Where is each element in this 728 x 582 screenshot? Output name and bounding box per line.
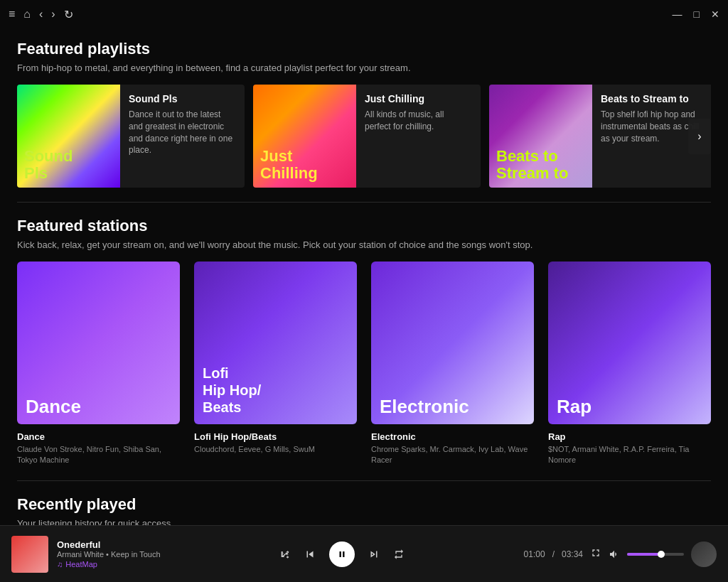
station-card-rap[interactable]: Rap Rap $NOT, Armani White, R.A.P. Ferre… (548, 262, 711, 466)
playlist-thumbnail-just-chilling: JustChilling (253, 85, 356, 188)
player-right: 01:00 / 03:34 (524, 541, 717, 567)
player-bar: Onederful Armani White • Keep in Touch ♫… (0, 525, 728, 582)
divider-2 (17, 480, 711, 481)
recently-played-subtitle: Your listening history for quick access (17, 518, 711, 525)
home-icon[interactable]: ⌂ (23, 8, 31, 21)
station-label-electronic: Electronic (380, 397, 469, 416)
playlist-thumb-label-sound-pls: SoundPls (24, 148, 73, 182)
station-thumbnail-electronic: Electronic (371, 262, 534, 424)
playlist-thumbnail-beats: Beats toStream to (489, 85, 592, 188)
station-label-dance: Dance (26, 397, 81, 416)
previous-button[interactable] (304, 548, 316, 561)
player-track-info: Onederful Armani White • Keep in Touch ♫… (57, 539, 161, 568)
time-current: 01:00 (524, 549, 545, 559)
station-label-rap: Rap (557, 397, 592, 416)
stations-row: Dance Dance Claude Von Stroke, Nitro Fun… (17, 262, 711, 466)
featured-stations-title: Featured stations (17, 217, 711, 235)
volume-button[interactable] (609, 549, 620, 560)
featured-playlists-title: Featured playlists (17, 40, 711, 58)
recently-played-title: Recently played (17, 495, 711, 514)
station-name-lofi: Lofi Hip Hop/Beats (194, 431, 357, 442)
playlist-title-sound-pls: Sound Pls (129, 93, 236, 104)
station-card-dance[interactable]: Dance Dance Claude Von Stroke, Nitro Fun… (17, 262, 180, 466)
station-card-electronic[interactable]: Electronic Electronic Chrome Sparks, Mr.… (371, 262, 534, 466)
play-pause-button[interactable] (329, 541, 355, 567)
volume-fill (627, 553, 661, 556)
divider-1 (17, 202, 711, 203)
main-content: Featured playlists From hip-hop to metal… (0, 28, 728, 525)
close-button[interactable]: ✕ (711, 9, 719, 20)
station-thumbnail-rap: Rap (548, 262, 711, 424)
playlists-row: SoundPls Sound Pls Dance it out to the l… (17, 85, 711, 188)
player-controls (169, 541, 515, 567)
playlist-card-beats[interactable]: Beats toStream to Beats to Stream to Top… (489, 85, 711, 188)
volume-bar[interactable] (627, 553, 684, 556)
playlist-thumbnail-sound-pls: SoundPls (17, 85, 120, 188)
playlists-next-button[interactable]: › (688, 119, 711, 154)
station-thumbnail-dance: Dance (17, 262, 180, 424)
station-artists-rap: $NOT, Armani White, R.A.P. Ferreira, Tia… (548, 444, 711, 466)
featured-stations-section: Featured stations Kick back, relax, get … (17, 217, 711, 466)
playlist-info-sound-pls: Sound Pls Dance it out to the latest and… (120, 85, 245, 188)
minimize-button[interactable]: — (673, 9, 682, 20)
next-button[interactable] (368, 548, 380, 561)
station-name-electronic: Electronic (371, 431, 534, 442)
user-avatar[interactable] (691, 541, 717, 567)
player-playlist-name: HeatMap (65, 560, 97, 568)
station-card-lofi[interactable]: LofiHip Hop/Beats Lofi Hip Hop/Beats Clo… (194, 262, 357, 466)
station-name-dance: Dance (17, 431, 180, 442)
station-artists-dance: Claude Von Stroke, Nitro Fun, Shiba San,… (17, 444, 180, 466)
featured-stations-subtitle: Kick back, relax, get your stream on, an… (17, 239, 711, 250)
playlist-thumb-label-beats: Beats toStream to (496, 148, 568, 182)
title-bar-controls: — □ ✕ (673, 9, 719, 20)
repeat-button[interactable] (393, 549, 405, 560)
title-bar-left: ≡ ⌂ ‹ › ↻ (9, 8, 73, 21)
playlist-title-just-chilling: Just Chilling (365, 93, 472, 104)
playlist-desc-just-chilling: All kinds of music, all perfect for chil… (365, 109, 472, 133)
featured-playlists-section: Featured playlists From hip-hop to metal… (17, 40, 711, 188)
station-label-lofi: LofiHip Hop/Beats (203, 365, 261, 416)
playlist-music-icon: ♫ (57, 560, 63, 568)
station-name-rap: Rap (548, 431, 711, 442)
playlist-thumb-label-just-chilling: JustChilling (260, 148, 318, 182)
player-track-title: Onederful (57, 539, 161, 550)
playlist-title-beats: Beats to Stream to (601, 93, 708, 104)
player-album-art (11, 536, 48, 573)
back-icon[interactable]: ‹ (39, 8, 43, 21)
time-total: 03:34 (562, 549, 583, 559)
title-bar: ≡ ⌂ ‹ › ↻ — □ ✕ (0, 0, 728, 28)
fullscreen-button[interactable] (590, 547, 601, 561)
time-separator: / (552, 549, 555, 559)
station-thumbnail-lofi: LofiHip Hop/Beats (194, 262, 357, 424)
featured-playlists-subtitle: From hip-hop to metal, and everything in… (17, 63, 711, 73)
maximize-button[interactable]: □ (694, 9, 700, 20)
forward-icon[interactable]: › (51, 8, 55, 21)
playlist-card-sound-pls[interactable]: SoundPls Sound Pls Dance it out to the l… (17, 85, 245, 188)
menu-icon[interactable]: ≡ (9, 8, 15, 21)
player-playlist-link[interactable]: ♫ HeatMap (57, 560, 161, 568)
volume-knob (658, 551, 665, 558)
playlist-desc-sound-pls: Dance it out to the latest and greatest … (129, 109, 236, 156)
station-artists-lofi: Cloudchord, Eevee, G Mills, SwuM (194, 444, 357, 455)
playlist-card-just-chilling[interactable]: JustChilling Just Chilling All kinds of … (253, 85, 481, 188)
recently-played-section: Recently played Your listening history f… (17, 495, 711, 525)
playlist-info-just-chilling: Just Chilling All kinds of music, all pe… (356, 85, 481, 188)
station-artists-electronic: Chrome Sparks, Mr. Carmack, Ivy Lab, Wav… (371, 444, 534, 466)
player-track-artist: Armani White • Keep in Touch (57, 550, 161, 559)
shuffle-button[interactable] (279, 549, 291, 560)
refresh-icon[interactable]: ↻ (64, 8, 73, 21)
